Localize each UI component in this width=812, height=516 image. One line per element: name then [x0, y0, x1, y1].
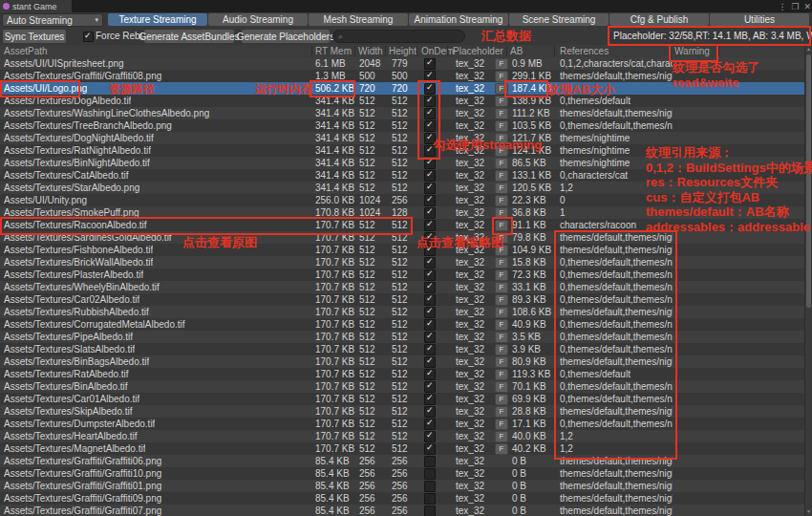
ondem-checkbox[interactable]	[424, 282, 436, 293]
ondem-checkbox[interactable]	[424, 332, 436, 343]
table-row[interactable]: Assets/Textures/WashingLineClothesAlbedo…	[0, 107, 805, 119]
preview-button[interactable]: F	[495, 108, 508, 119]
window-tab[interactable]: stant Game	[0, 0, 72, 12]
close-icon[interactable]: ✕	[803, 2, 811, 11]
vertical-scrollbar[interactable]: ▲ ▼	[804, 45, 812, 516]
table-row[interactable]: Assets/Textures/SmokePuff.png170.8 KB102…	[0, 206, 805, 219]
table-row[interactable]: Assets/Textures/RatAlbedo.tif170.7 KB512…	[0, 368, 805, 380]
table-row[interactable]: Assets/Textures/PlasterAlbedo.tif170.7 K…	[0, 269, 805, 281]
col-header-warning[interactable]: Warning	[674, 46, 710, 56]
ondem-checkbox[interactable]	[424, 394, 436, 405]
col-header-ondem[interactable]: OnDem	[421, 46, 454, 56]
ondem-checkbox[interactable]	[424, 108, 436, 119]
generate-placeholders-button[interactable]: Generate Placeholders	[241, 29, 331, 44]
ondem-checkbox[interactable]	[424, 257, 436, 269]
search-field[interactable]: ⌕	[332, 30, 465, 43]
ondem-checkbox[interactable]	[424, 456, 436, 467]
preview-button[interactable]: F	[495, 319, 508, 331]
table-row[interactable]: Assets/Textures/Car01Albedo.tif170.7 KB5…	[0, 393, 805, 405]
preview-button[interactable]: F	[495, 269, 508, 281]
ondem-checkbox[interactable]	[424, 245, 436, 256]
table-row[interactable]: Assets/Textures/Graffiti/Graffiti10.png8…	[0, 467, 805, 480]
table-row[interactable]: Assets/Textures/CatAlbedo.tif341.4 KB512…	[0, 169, 805, 182]
ondem-checkbox[interactable]	[424, 307, 436, 318]
ondem-checkbox[interactable]	[424, 220, 436, 231]
tab-mesh-streaming[interactable]: Mesh Streaming	[309, 13, 408, 26]
ondem-checkbox[interactable]	[424, 505, 436, 516]
table-row[interactable]: Assets/Textures/HeartAlbedo.tif170.7 KB5…	[0, 430, 805, 442]
table-row[interactable]: Assets/Textures/PipeAlbedo.tif170.7 KB51…	[0, 331, 805, 343]
preview-button[interactable]: F	[495, 307, 508, 318]
table-row[interactable]: Assets/Textures/SardinesGoldAlbedo.tif17…	[0, 231, 805, 244]
preview-button[interactable]: F	[495, 245, 508, 256]
ondem-checkbox[interactable]	[424, 493, 436, 505]
table-row[interactable]: Assets/Textures/DogAlbedo.tif341.4 KB512…	[0, 95, 805, 107]
table-row[interactable]: Assets/Textures/FishboneAlbedo.tif170.7 …	[0, 244, 805, 256]
ondem-checkbox[interactable]	[424, 369, 436, 380]
scroll-down-icon[interactable]: ▼	[805, 507, 812, 515]
search-input[interactable]	[346, 31, 445, 42]
tab-scene-streaming[interactable]: Scene Streaming	[509, 13, 609, 26]
generate-assetbundles-button[interactable]: Generate AssetBundles	[143, 29, 235, 44]
ondem-checkbox[interactable]	[424, 195, 436, 206]
maximize-icon[interactable]: ❐	[791, 2, 799, 11]
tab-animation-streaming[interactable]: Animation Streaming	[409, 13, 508, 26]
ondem-checkbox[interactable]	[424, 120, 436, 132]
more-icon[interactable]: ⋮	[778, 2, 786, 11]
preview-button[interactable]: F	[495, 71, 508, 82]
scroll-up-icon[interactable]: ▲	[805, 45, 812, 53]
preview-button[interactable]: F	[495, 183, 508, 194]
tab-utilities[interactable]: Utilities	[710, 13, 809, 26]
table-row[interactable]: Assets/Textures/Graffiti/Graffiti01.png8…	[0, 480, 805, 492]
preview-button[interactable]: F	[495, 133, 508, 144]
table-row[interactable]: Assets/Textures/RatNightAlbedo.tif341.4 …	[0, 144, 805, 157]
ondem-checkbox[interactable]	[424, 406, 436, 418]
ondem-checkbox[interactable]	[424, 133, 436, 144]
ondem-checkbox[interactable]	[424, 170, 436, 182]
preview-button[interactable]: F	[495, 344, 508, 355]
table-row[interactable]: Assets/Textures/StarAlbedo.png341.4 KB51…	[0, 182, 805, 194]
preview-button[interactable]: F	[495, 58, 508, 70]
preview-button[interactable]: F	[495, 170, 508, 182]
ondem-checkbox[interactable]	[424, 269, 436, 281]
table-row[interactable]: Assets/Textures/BinNightAlbedo.tif341.4 …	[0, 157, 805, 169]
table-row[interactable]: Assets/UI/Logo.png506.2 KB720720tex_32F1…	[0, 82, 805, 95]
table-row[interactable]: Assets/Textures/DumpsterAlbedo.tif170.7 …	[0, 418, 805, 430]
ondem-checkbox[interactable]	[424, 381, 436, 393]
tab-texture-streaming[interactable]: Texture Streaming	[108, 13, 207, 26]
col-header-rtmem[interactable]: RT Mem	[315, 46, 352, 56]
table-row[interactable]: Assets/Textures/TreeBranchAlbedo.png341.…	[0, 119, 805, 132]
force-rebuild-checkbox[interactable]	[83, 32, 94, 42]
ondem-checkbox[interactable]	[424, 294, 436, 306]
ondem-checkbox[interactable]	[424, 468, 436, 480]
ondem-checkbox[interactable]	[424, 443, 436, 455]
table-row[interactable]: Assets/Textures/Graffiti/Graffiti08.png1…	[0, 70, 805, 82]
tab-audio-streaming[interactable]: Audio Streaming	[208, 13, 308, 26]
col-header-width[interactable]: Width	[358, 46, 383, 56]
table-row[interactable]: Assets/Textures/MagnetAlbedo.tif170.7 KB…	[0, 442, 805, 455]
ondem-checkbox[interactable]	[424, 83, 436, 95]
table-row[interactable]: Assets/Textures/BrickWallAlbedo.tif170.7…	[0, 256, 805, 269]
table-row[interactable]: Assets/Textures/BinAlbedo.tif170.7 KB512…	[0, 380, 805, 393]
preview-button[interactable]: F	[495, 443, 508, 455]
sync-textures-button[interactable]: Sync Textures	[2, 29, 67, 44]
preview-button[interactable]: F	[495, 257, 508, 269]
preview-button[interactable]: F	[495, 145, 508, 157]
preview-button[interactable]: F	[495, 232, 508, 244]
ondem-checkbox[interactable]	[424, 419, 436, 430]
table-row[interactable]: Assets/Textures/BinBagsAlbedo.tif170.7 K…	[0, 355, 805, 368]
preview-button[interactable]: F	[495, 207, 508, 219]
table-row[interactable]: Assets/Textures/Graffiti/Graffiti06.png8…	[0, 455, 805, 467]
preview-button[interactable]: F	[495, 369, 508, 380]
preview-button[interactable]: F	[495, 158, 508, 169]
table-row[interactable]: Assets/Textures/SlatsAlbedo.tif170.7 KB5…	[0, 343, 805, 355]
preview-button[interactable]: F	[495, 332, 508, 343]
ondem-checkbox[interactable]	[424, 145, 436, 157]
preview-button[interactable]: F	[495, 431, 508, 442]
tab-cfg-publish[interactable]: Cfg & Publish	[609, 13, 709, 26]
ondem-checkbox[interactable]	[424, 344, 436, 355]
preview-button[interactable]: F	[495, 120, 508, 132]
ondem-checkbox[interactable]	[424, 232, 436, 244]
col-header-placeholder[interactable]: Placeholder	[453, 46, 503, 56]
preview-button[interactable]: F	[495, 195, 508, 206]
